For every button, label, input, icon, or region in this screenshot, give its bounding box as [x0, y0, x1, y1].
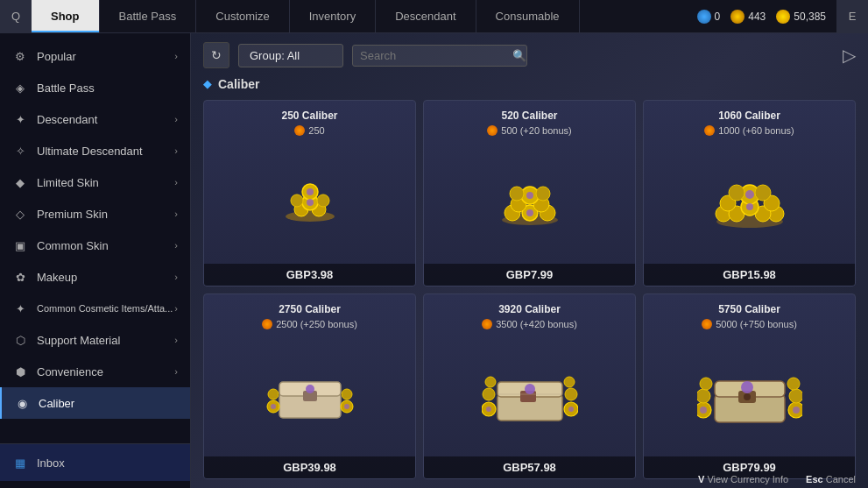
sidebar-label-premium-skin: Premium Skin: [37, 208, 108, 221]
svg-point-49: [483, 388, 495, 400]
item-amount-1060caliber: 1000 (+60 bonus): [704, 125, 794, 136]
section-title: ◆ Caliber: [203, 77, 856, 91]
limited-skin-chevron: ›: [174, 177, 178, 187]
sidebar-item-limited-skin[interactable]: ◆ Limited Skin ›: [0, 166, 190, 198]
currency-blue-amount: 0: [715, 11, 721, 23]
caliber-icon-3920: [482, 319, 492, 329]
item-amount-520caliber: 500 (+20 bonus): [487, 125, 571, 136]
refresh-button[interactable]: ↻: [203, 42, 229, 68]
item-name-250caliber: 250 Caliber: [281, 110, 337, 122]
sidebar-label-support-material: Support Material: [37, 334, 120, 347]
nav-btn-q[interactable]: Q: [0, 0, 32, 33]
item-card-3920caliber[interactable]: 3920 Caliber 3500 (+420 bonus): [423, 294, 636, 480]
sidebar-label-descendant: Descendant: [37, 113, 97, 126]
item-price-1060caliber: GBP15.98: [644, 264, 855, 286]
svg-point-59: [744, 393, 751, 400]
section-title-text: Caliber: [218, 77, 259, 91]
svg-point-16: [510, 187, 524, 201]
tab-shop[interactable]: Shop: [32, 0, 100, 32]
svg-point-55: [568, 407, 574, 412]
item-amount-2750caliber: 2500 (+250 bonus): [262, 319, 357, 329]
currency-gem: 443: [730, 10, 766, 24]
descendant-chevron: ›: [174, 114, 178, 124]
premium-skin-chevron: ›: [174, 209, 178, 219]
svg-point-42: [344, 404, 349, 409]
svg-point-63: [789, 389, 802, 403]
caliber-icon-520: [487, 125, 498, 136]
item-visual-5750caliber: [651, 336, 848, 452]
svg-point-54: [486, 407, 491, 412]
nav-btn-e[interactable]: E: [836, 0, 868, 33]
caliber-icon: ◉: [14, 395, 30, 411]
sidebar-item-support-material[interactable]: ⬡ Support Material ›: [0, 324, 190, 356]
group-select[interactable]: Group: All: [238, 44, 343, 67]
tab-consumable[interactable]: Consumable: [476, 0, 580, 32]
svg-point-67: [700, 407, 707, 414]
item-card-1060caliber[interactable]: 1060 Caliber 1000 (+60 bonus): [643, 100, 856, 286]
tab-customize[interactable]: Customize: [196, 0, 289, 32]
descendant-icon: ✦: [12, 111, 28, 127]
svg-point-40: [306, 385, 314, 393]
sidebar-item-caliber[interactable]: ◉ Caliber: [0, 387, 190, 419]
item-card-250caliber[interactable]: 250 Caliber 250: [203, 100, 416, 286]
sidebar-item-battlepass[interactable]: ◈ Battle Pass: [0, 72, 190, 103]
common-skin-chevron: ›: [174, 240, 178, 251]
sidebar: ⚙ Popular › ◈ Battle Pass ✦ Descendant ›…: [0, 33, 191, 488]
sidebar-item-ultimate-descendant[interactable]: ✧ Ultimate Descendant ›: [0, 135, 190, 166]
limited-skin-icon: ◆: [12, 174, 28, 190]
makeup-icon: ✿: [12, 269, 28, 285]
svg-point-65: [787, 378, 800, 390]
cursor-indicator: ▷: [843, 45, 856, 66]
bottom-bar: V View Currency Info Esc Cancel: [686, 470, 868, 488]
svg-point-7: [307, 199, 314, 206]
caliber-icon-5750: [702, 319, 712, 329]
currency-gem-amount: 443: [748, 11, 766, 23]
sidebar-label-popular: Popular: [37, 50, 76, 63]
sidebar-item-makeup[interactable]: ✿ Makeup ›: [0, 261, 190, 293]
main-layout: ⚙ Popular › ◈ Battle Pass ✦ Descendant ›…: [0, 33, 868, 488]
currency-blue: 0: [697, 10, 721, 24]
ultimate-descendant-chevron: ›: [174, 145, 178, 156]
tab-battlepass[interactable]: Battle Pass: [100, 0, 197, 32]
cancel-key: Esc: [806, 474, 823, 484]
view-currency-info[interactable]: V View Currency Info: [698, 474, 788, 484]
item-card-2750caliber[interactable]: 2750 Caliber 2500 (+250 bonus): [203, 294, 416, 480]
svg-point-18: [526, 192, 533, 199]
sidebar-item-popular[interactable]: ⚙ Popular ›: [0, 40, 190, 72]
tab-descendant[interactable]: Descendant: [376, 0, 476, 32]
items-grid: 250 Caliber 250: [203, 100, 856, 479]
item-visual-2750caliber: [211, 336, 408, 452]
caliber-icon-1060: [704, 125, 715, 136]
tab-inventory[interactable]: Inventory: [290, 0, 376, 32]
common-cosmetic-chevron: ›: [174, 303, 178, 314]
item-price-2750caliber: GBP39.98: [204, 456, 415, 478]
item-card-520caliber[interactable]: 520 Caliber 500 (+20 bonus): [423, 100, 636, 286]
svg-point-32: [746, 203, 753, 210]
search-bar: 🔍: [352, 45, 527, 67]
item-price-520caliber: GBP7.99: [424, 264, 635, 286]
svg-point-52: [564, 377, 575, 387]
convenience-chevron: ›: [174, 366, 178, 377]
battlepass-icon: ◈: [12, 80, 28, 95]
search-input[interactable]: [360, 49, 507, 62]
sidebar-label-inbox: Inbox: [37, 456, 65, 470]
sidebar-item-convenience[interactable]: ⬢ Convenience ›: [0, 356, 190, 387]
sidebar-item-inbox[interactable]: ▦ Inbox: [0, 443, 190, 481]
sidebar-label-common-skin: Common Skin: [37, 239, 109, 252]
item-card-5750caliber[interactable]: 5750 Caliber 5000 (+750 bonus): [643, 294, 856, 480]
item-amount-3920caliber: 3500 (+420 bonus): [482, 319, 577, 329]
sidebar-label-battlepass: Battle Pass: [37, 81, 95, 95]
cancel-action[interactable]: Esc Cancel: [806, 474, 856, 484]
item-name-3920caliber: 3920 Caliber: [498, 303, 561, 315]
svg-point-31: [745, 190, 754, 199]
sidebar-item-premium-skin[interactable]: ◇ Premium Skin ›: [0, 198, 190, 230]
sidebar-item-common-cosmetic[interactable]: ✦ Common Cosmetic Items/Atta... ›: [0, 293, 190, 324]
sidebar-item-common-skin[interactable]: ▣ Common Skin ›: [0, 230, 190, 261]
item-visual-520caliber: [431, 143, 628, 258]
item-name-1060caliber: 1060 Caliber: [718, 110, 780, 122]
common-cosmetic-icon: ✦: [12, 301, 28, 316]
svg-point-68: [793, 407, 800, 414]
sidebar-item-descendant[interactable]: ✦ Descendant ›: [0, 103, 190, 135]
svg-point-17: [536, 187, 550, 201]
caliber-icon-2750: [262, 319, 272, 329]
